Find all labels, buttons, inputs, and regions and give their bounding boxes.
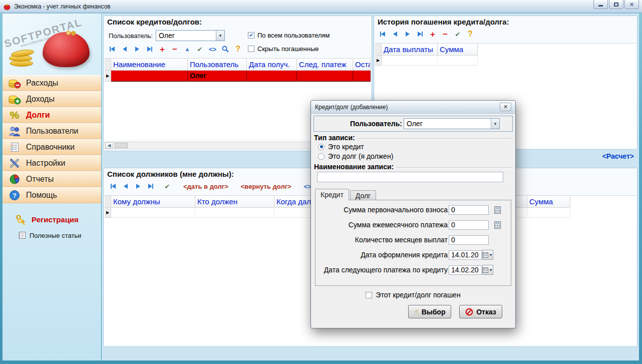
empty-row[interactable]: ▶ [375, 56, 636, 66]
record-name-input[interactable] [317, 172, 503, 182]
close-button[interactable]: ✕ [624, 0, 639, 9]
table-cell[interactable] [297, 71, 353, 82]
first-record-button[interactable] [379, 30, 386, 38]
paid-checkbox[interactable]: Этот кредит/долг погашен [311, 291, 515, 299]
ok-button[interactable]: ☝ Выбор [408, 305, 451, 318]
sidebar-item-directories[interactable]: Справочники [3, 139, 101, 155]
column-header[interactable]: Оста [353, 59, 371, 71]
column-header[interactable]: Дата получ. [247, 59, 297, 71]
prev-record-button[interactable] [122, 182, 129, 190]
cancel-button-label: Отказ [476, 308, 496, 316]
prev-record-button[interactable] [392, 30, 399, 38]
column-header[interactable]: Наименование [111, 59, 188, 71]
registration-label: Регистрация [32, 215, 79, 224]
sidebar-item-help[interactable]: ? Помощь [3, 187, 101, 203]
column-header[interactable]: Сумма [438, 44, 478, 56]
dialog-close-button[interactable]: ✕ [500, 103, 511, 111]
prev-record-button[interactable] [121, 45, 128, 53]
next-record-button[interactable] [135, 182, 142, 190]
help-button[interactable] [467, 30, 474, 38]
last-record-button[interactable] [146, 45, 153, 53]
initial-payment-input[interactable] [449, 205, 489, 215]
table-cell[interactable] [353, 71, 371, 82]
search-button[interactable] [222, 45, 229, 53]
next-record-button[interactable] [134, 45, 141, 53]
sidebar-item-income[interactable]: Доходы [3, 91, 101, 107]
dropdown-arrow-icon[interactable]: ▼ [491, 119, 499, 129]
lend-link[interactable]: <дать в долг> [183, 183, 228, 190]
sidebar-item-users[interactable]: Пользователи [3, 123, 101, 139]
confirm-button[interactable] [164, 182, 171, 190]
column-header[interactable]: Пользователь [188, 59, 247, 71]
column-header[interactable]: Сумма [527, 196, 570, 208]
column-header[interactable]: Дата выплаты [382, 44, 438, 56]
add-record-button[interactable] [159, 45, 166, 53]
last-record-button[interactable] [147, 182, 154, 190]
useful-articles-link[interactable]: Полезные статьи [3, 231, 101, 239]
next-payment-date-input[interactable] [449, 265, 482, 275]
scrollbar-thumb[interactable] [115, 143, 128, 148]
tab-credit[interactable]: Кредит [315, 189, 349, 200]
checkbox-icon [248, 46, 254, 52]
radio-credit[interactable]: Это кредит [318, 143, 364, 151]
credits-panel-title: Список кредитов/долгов: [104, 16, 372, 28]
table-cell[interactable]: Олег [188, 71, 247, 82]
calc-link[interactable]: <Расчет> [602, 152, 634, 160]
date-picker-icon[interactable]: ▼ [482, 250, 493, 260]
selected-row[interactable]: ▶ Олег [105, 71, 371, 82]
app-logo: SOFTPORTAL www.softportal.com [3, 14, 101, 75]
sidebar: SOFTPORTAL www.softportal.com Расходы До… [3, 14, 101, 360]
date-picker-icon[interactable]: ▼ [482, 265, 493, 275]
sidebar-item-settings[interactable]: Настройки [3, 155, 101, 171]
dialog-user-select[interactable]: Олег ▼ [404, 118, 500, 129]
next-record-button[interactable] [404, 30, 411, 38]
dialog-title-bar[interactable]: Кредит/долг (добавление) ✕ [311, 101, 515, 114]
table-cell[interactable] [111, 71, 188, 82]
sidebar-item-reports[interactable]: Отчеты [3, 171, 101, 187]
name-section: Наименование записи: [314, 163, 512, 171]
users-icon [8, 126, 21, 137]
credit-date-input[interactable] [449, 250, 482, 260]
app-window: Экономка - учет личных финансов ✕ SOFTPO… [0, 0, 642, 364]
maximize-button[interactable] [609, 0, 623, 9]
return-link[interactable]: <вернуть долг> [241, 183, 291, 190]
confirm-button[interactable] [196, 45, 203, 53]
code-button[interactable] [209, 45, 216, 53]
credit-debt-dialog: Кредит/долг (добавление) ✕ Пользователь:… [310, 100, 516, 328]
months-count-input[interactable] [449, 235, 489, 245]
radio-debt[interactable]: Это долг (я должен) [318, 152, 393, 160]
notebook-icon [18, 231, 26, 239]
dropdown-arrow-icon[interactable]: ▼ [216, 31, 224, 41]
edit-record-button[interactable] [184, 45, 191, 53]
add-record-button[interactable] [429, 30, 436, 38]
delete-record-button[interactable] [442, 30, 449, 38]
dialog-user-value: Олег [404, 120, 491, 128]
column-header[interactable]: Кому должны [111, 196, 195, 208]
column-header[interactable]: Кто должен [195, 196, 274, 208]
help-button[interactable] [234, 45, 241, 53]
delete-record-button[interactable] [171, 45, 178, 53]
monthly-payment-input[interactable] [449, 220, 489, 230]
minimize-button[interactable] [593, 0, 608, 9]
sidebar-item-expenses[interactable]: Расходы [3, 75, 101, 91]
last-record-button[interactable] [417, 30, 424, 38]
registration-link[interactable]: Регистрация [3, 214, 101, 225]
sidebar-item-debts[interactable]: % Долги [3, 107, 101, 123]
calculator-icon[interactable] [493, 205, 502, 215]
user-filter-select[interactable]: Олег ▼ [156, 30, 225, 41]
first-record-button[interactable] [109, 45, 116, 53]
all-users-checkbox[interactable]: По всем пользователям [248, 32, 330, 39]
table-cell[interactable] [247, 71, 297, 82]
hide-paid-checkbox[interactable]: Скрыть погашенные [248, 45, 319, 53]
first-record-button[interactable] [110, 182, 117, 190]
sidebar-item-label: Отчеты [26, 175, 54, 184]
cancel-button[interactable]: Отказ [459, 305, 502, 318]
title-bar[interactable]: Экономка - учет личных финансов ✕ [0, 0, 642, 13]
calculator-icon[interactable] [493, 220, 502, 230]
sidebar-item-label: Помощь [26, 191, 57, 200]
confirm-button[interactable] [454, 30, 461, 38]
scroll-left-icon[interactable]: ◀ [105, 142, 113, 149]
tab-debt[interactable]: Долг [350, 190, 376, 200]
column-header[interactable]: След. платеж [297, 59, 353, 71]
months-count-label: Количество месяцев выплат [317, 236, 449, 244]
